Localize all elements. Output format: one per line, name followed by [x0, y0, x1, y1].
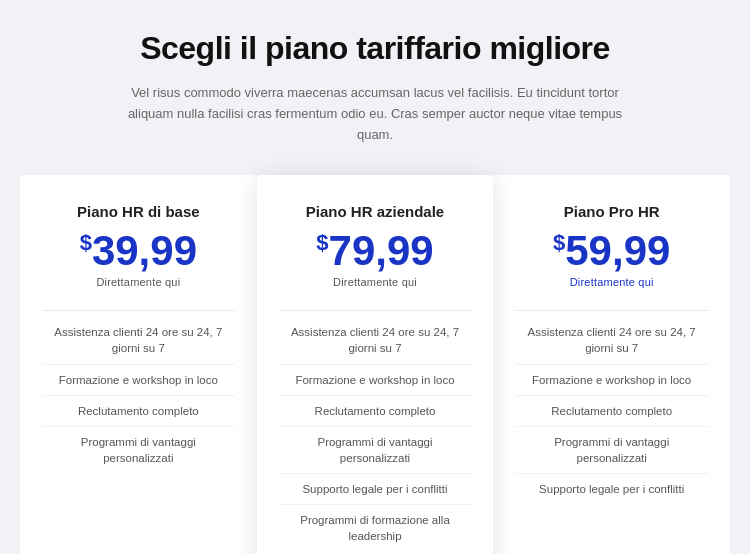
plan-name-pro: Piano Pro HR	[564, 203, 660, 220]
plan-features-base: Assistenza clienti 24 ore su 24, 7 giorn…	[42, 317, 235, 551]
plan-feature-item: Reclutamento completo	[515, 396, 708, 427]
plan-feature-item: Assistenza clienti 24 ore su 24, 7 giorn…	[42, 317, 235, 364]
plan-card-pro: Piano Pro HR$59,99Direttamente quiAssist…	[493, 175, 730, 554]
plan-feature-item: Formazione e workshop in loco	[42, 365, 235, 396]
plan-feature-item: Assistenza clienti 24 ore su 24, 7 giorn…	[279, 317, 472, 364]
plan-feature-item: Supporto legale per i conflitti	[515, 474, 708, 504]
plan-feature-item: Formazione e workshop in loco	[515, 365, 708, 396]
plan-divider-aziendale	[279, 310, 472, 311]
plan-feature-item: Assistenza clienti 24 ore su 24, 7 giorn…	[515, 317, 708, 364]
plan-feature-item: Formazione e workshop in loco	[279, 365, 472, 396]
plan-divider-base	[42, 310, 235, 311]
plan-cta-text-aziendale: Direttamente qui	[333, 276, 417, 288]
plan-price-base: $39,99	[80, 230, 197, 272]
plan-feature-item: Programmi di vantaggi personalizzati	[279, 427, 472, 474]
plan-price-pro: $59,99	[553, 230, 670, 272]
plan-name-aziendale: Piano HR aziendale	[306, 203, 444, 220]
plans-container: Piano HR di base$39,99Direttamente quiAs…	[20, 175, 730, 554]
plan-feature-item: Reclutamento completo	[279, 396, 472, 427]
page-title: Scegli il piano tariffario migliore	[140, 30, 610, 67]
plan-divider-pro	[515, 310, 708, 311]
plan-card-aziendale: Piano HR aziendale$79,99Direttamente qui…	[257, 175, 494, 554]
plan-feature-item: Supporto legale per i conflitti	[279, 474, 472, 505]
plan-cta-text-pro: Direttamente qui	[570, 276, 654, 288]
plan-cta-text-base: Direttamente qui	[96, 276, 180, 288]
plan-feature-item: Programmi di formazione alla leadership	[279, 505, 472, 551]
plan-feature-item: Reclutamento completo	[42, 396, 235, 427]
plan-name-base: Piano HR di base	[77, 203, 200, 220]
plan-features-pro: Assistenza clienti 24 ore su 24, 7 giorn…	[515, 317, 708, 551]
plan-card-base: Piano HR di base$39,99Direttamente quiAs…	[20, 175, 257, 554]
plan-price-aziendale: $79,99	[316, 230, 433, 272]
page-subtitle: Vel risus commodo viverra maecenas accum…	[115, 83, 635, 145]
plan-features-aziendale: Assistenza clienti 24 ore su 24, 7 giorn…	[279, 317, 472, 551]
plan-feature-item: Programmi di vantaggi personalizzati	[515, 427, 708, 474]
plan-feature-item: Programmi di vantaggi personalizzati	[42, 427, 235, 473]
